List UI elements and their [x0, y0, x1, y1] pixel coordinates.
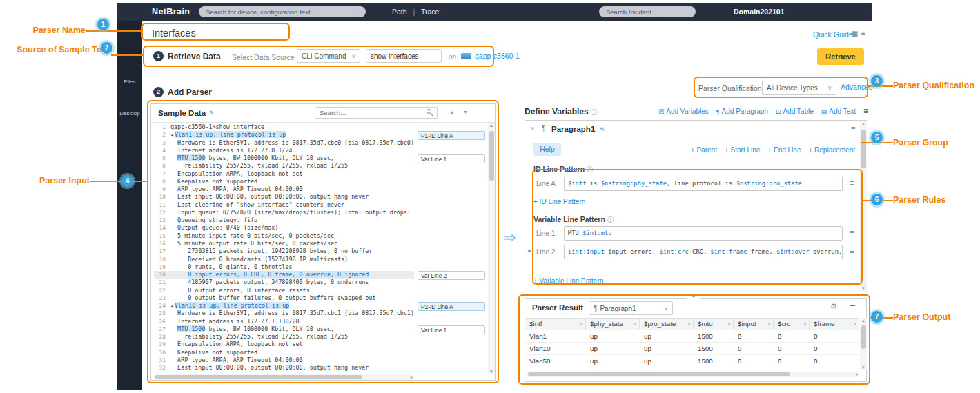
result-column-pro_state[interactable]: $pro_state∨ — [640, 319, 694, 330]
collapse-chevron-icon[interactable]: ∨ — [531, 125, 535, 132]
edit-pencil-icon[interactable]: ✎ — [600, 126, 605, 133]
sample-vertical-scrollbar[interactable]: ▲ ▼ — [488, 123, 495, 374]
code-line[interactable]: 1qapp-c3560-1>show interface — [154, 123, 414, 131]
retrieve-button[interactable]: Retrieve — [817, 48, 864, 65]
code-line[interactable]: 24◄Vlan10 is up, line protocol is up — [154, 302, 414, 310]
result-horizontal-scrollbar[interactable]: ► — [527, 372, 859, 377]
code-line[interactable]: 20 0 input errors, 0 CRC, 0 frame, 0 ove… — [154, 271, 414, 279]
code-line[interactable]: 3 Hardware is EtherSVI, address is 0817.… — [154, 139, 414, 147]
scroll-up-icon[interactable]: ▲ — [860, 122, 867, 126]
add-variables-button[interactable]: ☒Add Variables — [658, 108, 709, 115]
line-tag-var-line-1[interactable]: Var Line 1 — [418, 325, 485, 334]
column-filter-icon[interactable]: ∨ — [803, 319, 807, 330]
result-column-crc[interactable]: $crc∨ — [774, 319, 810, 330]
code-line[interactable]: 11 Last clearing of "show interface" cou… — [154, 201, 414, 209]
scrollbar-thumb[interactable] — [528, 372, 790, 376]
code-line[interactable]: 27 MTU 1500 bytes, BW 1000000 Kbit, DLY … — [154, 325, 414, 333]
sidebar-item-files[interactable]: Files — [117, 79, 142, 85]
add-table-button[interactable]: ⊞Add Table — [776, 108, 814, 115]
id-line-a-pattern-input[interactable]: $intf is $nstring:phy_state, line protoc… — [564, 177, 843, 191]
column-filter-icon[interactable]: ∨ — [580, 319, 583, 330]
global-search-input[interactable] — [199, 6, 366, 17]
scroll-right-icon[interactable]: ► — [855, 372, 859, 376]
result-paragraph-dropdown[interactable]: ¶ Paragraph1 ∨ — [589, 301, 673, 315]
scroll-right-icon[interactable]: ► — [410, 375, 413, 379]
code-line[interactable]: 8 Keepalive not supported — [154, 178, 414, 185]
add-text-button[interactable]: ▤Add Text — [821, 108, 856, 115]
code-line[interactable]: 2◄Vlan1 is up, line protocol is up — [154, 131, 414, 139]
code-line[interactable]: 15 5 minute input rate 0 bits/sec, 0 pac… — [154, 232, 414, 240]
toolbar-menu-icon[interactable]: ≡ — [863, 106, 868, 116]
define-vertical-scrollbar[interactable]: ▲ ▼ — [860, 121, 867, 291]
code-line[interactable]: 10 Last input 00:00:00, output 00:00:00,… — [154, 193, 414, 201]
line-menu-icon[interactable]: ≡ — [850, 179, 854, 187]
column-filter-icon[interactable]: ∨ — [727, 319, 731, 330]
code-line[interactable]: 32 Last input 00:00:00, output 00:00:00,… — [154, 364, 414, 372]
scrollbar-thumb[interactable] — [155, 375, 362, 379]
code-line[interactable]: 12 Input queue: 0/75/0/0 (size/max/drops… — [154, 209, 414, 216]
code-line[interactable]: 25 Hardware is EtherSVI, address is 0817… — [154, 310, 414, 317]
quick-guide-link[interactable]: Quick Guide — [813, 30, 853, 39]
code-line[interactable]: 30 Keepalive not supported — [154, 349, 414, 356]
result-column-intf[interactable]: $intf∨ — [525, 319, 586, 330]
search-icon[interactable] — [427, 109, 431, 114]
add-start-line-link[interactable]: + Start Line — [725, 146, 760, 154]
collapse-panel-icon[interactable]: ▴ — [687, 292, 700, 299]
add-variable-line-pattern-link[interactable]: + Variable Line Pattern — [533, 277, 603, 285]
code-line[interactable]: 17 27303815 packets input, 1942208928 by… — [154, 248, 414, 255]
line-menu-icon[interactable]: ≡ — [850, 228, 854, 236]
help-button[interactable]: Help — [533, 143, 561, 156]
nav-trace[interactable]: Trace — [421, 8, 439, 16]
column-filter-icon[interactable]: ∨ — [767, 319, 771, 330]
quick-guide-list-icon[interactable]: ≡ — [861, 30, 865, 37]
line-tag-p2-id-line-a[interactable]: P2-ID Line A — [418, 302, 485, 311]
scrollbar-thumb[interactable] — [861, 325, 866, 349]
domain-label[interactable]: Domain202101 — [734, 8, 785, 16]
info-icon[interactable]: ⓘ — [607, 216, 614, 223]
sidebar-item-desktop[interactable]: Desktop — [117, 110, 142, 117]
line-menu-icon[interactable]: ≡ — [850, 247, 854, 255]
incident-search-input[interactable] — [599, 6, 696, 17]
netbrain-logo[interactable]: NetBrain — [152, 7, 190, 17]
qualification-dropdown[interactable]: All Device Types ∨ — [762, 81, 836, 95]
scroll-down-icon[interactable]: ▼ — [860, 365, 867, 370]
line-tag-p1-id-line-a[interactable]: P1-ID Line A — [418, 131, 485, 140]
result-column-input[interactable]: $input∨ — [734, 319, 774, 330]
cli-command-input[interactable] — [366, 49, 442, 63]
add-id-line-pattern-link[interactable]: + ID Line Pattern — [533, 198, 585, 205]
scroll-up-icon[interactable]: ▲ — [860, 319, 867, 323]
code-line[interactable]: 4 Internet address is 172.27.0.1/24 — [154, 147, 414, 154]
result-column-frame[interactable]: $frame∨ — [810, 319, 859, 330]
code-line[interactable]: 14 Output queue: 0/40 (size/max) — [154, 224, 414, 232]
data-source-dropdown[interactable]: CLI Command ∨ — [297, 49, 360, 63]
code-line[interactable]: 9 ARP type: ARPA, ARP Timeout 04:00:00 — [154, 185, 414, 193]
scroll-up-icon[interactable]: ▲ — [488, 123, 495, 128]
code-line[interactable]: 22 0 output errors, 0 interface resets — [154, 287, 414, 294]
scrollbar-thumb[interactable] — [489, 131, 494, 181]
column-filter-icon[interactable]: ∨ — [687, 319, 691, 330]
add-end-line-link[interactable]: + End Line — [767, 146, 801, 154]
result-column-mtu[interactable]: $mtu∨ — [694, 319, 734, 330]
line-tag-var-line-2[interactable]: Var Line 2 — [418, 271, 485, 280]
add-paragraph-button[interactable]: ¶Add Paragraph — [716, 108, 768, 115]
scroll-down-icon[interactable]: ▼ — [860, 286, 867, 290]
scroll-down-icon[interactable]: ▼ — [488, 370, 495, 374]
result-column-phy_state[interactable]: $phy_state∨ — [586, 319, 640, 330]
add-parent-link[interactable]: + Parent — [691, 146, 717, 154]
code-line[interactable]: 26 Internet address is 172.27.1.130/28 — [154, 318, 414, 325]
scrollbar-thumb[interactable] — [861, 130, 866, 168]
edit-pencil-icon[interactable]: ✎ — [209, 110, 215, 117]
code-line[interactable]: 28 reliability 255/255, txload 1/255, rx… — [154, 333, 414, 341]
result-vertical-scrollbar[interactable]: ▲ ▼ — [860, 318, 867, 370]
column-filter-icon[interactable]: ∨ — [853, 319, 856, 330]
info-icon[interactable]: ⓘ — [591, 108, 598, 116]
code-line[interactable]: 21 4185907 packets output, 347898400 byt… — [154, 279, 414, 286]
info-icon[interactable]: ⓘ — [587, 165, 594, 173]
code-line[interactable]: 6 reliability 255/255, txload 1/255, rxl… — [154, 162, 414, 170]
search-prev-icon[interactable]: ▲ — [449, 110, 454, 114]
code-line[interactable]: 29 Encapsulation ARPA, loopback not set — [154, 341, 414, 348]
advanced-link[interactable]: Advanced — [841, 83, 873, 91]
column-filter-icon[interactable]: ∨ — [634, 319, 637, 330]
search-next-icon[interactable]: ▼ — [463, 110, 468, 114]
var-line-1-pattern-input[interactable]: MTU $int:mtu — [564, 226, 843, 241]
